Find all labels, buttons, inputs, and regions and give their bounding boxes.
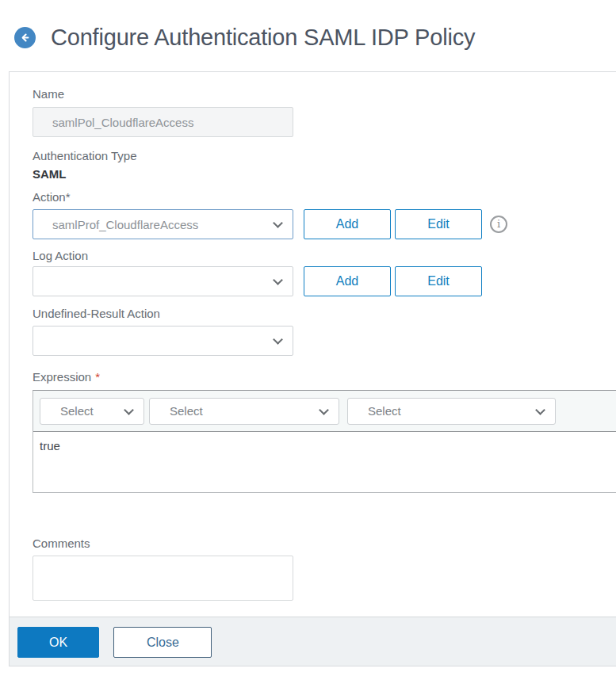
- expression-toolbar: Select Select Select: [33, 391, 616, 432]
- info-icon[interactable]: i: [490, 216, 507, 233]
- expression-select-2-value: Select: [170, 404, 203, 418]
- action-label: Action*: [33, 190, 616, 204]
- name-input[interactable]: [33, 107, 293, 137]
- expression-select-1-value: Select: [60, 404, 94, 418]
- form-content: Name Authentication Type SAML Action* sa…: [10, 87, 616, 601]
- undefined-result-action-label: Undefined-Result Action: [33, 307, 616, 320]
- action-select[interactable]: samlProf_CloudflareAccess: [33, 209, 293, 239]
- undefined-result-action-select[interactable]: [33, 326, 293, 356]
- comments-label: Comments: [33, 537, 616, 550]
- log-action-label: Log Action: [33, 249, 616, 262]
- chevron-down-icon: [273, 275, 283, 285]
- footer-bar: OK Close: [10, 617, 616, 666]
- back-button[interactable]: [14, 27, 36, 48]
- action-edit-button[interactable]: Edit: [395, 209, 482, 239]
- expression-select-2[interactable]: Select: [149, 398, 339, 425]
- close-button[interactable]: Close: [113, 627, 212, 658]
- chevron-down-icon: [319, 405, 329, 415]
- action-add-button[interactable]: Add: [304, 209, 391, 239]
- action-row: samlProf_CloudflareAccess Add Edit i: [33, 209, 616, 239]
- log-action-row: Add Edit: [33, 266, 616, 296]
- authentication-type-label: Authentication Type: [33, 149, 616, 162]
- back-arrow-icon: [18, 31, 32, 44]
- log-action-select[interactable]: [33, 266, 293, 296]
- form-panel: Name Authentication Type SAML Action* sa…: [9, 71, 616, 666]
- undefined-result-action-row: [33, 326, 616, 356]
- chevron-down-icon: [124, 405, 134, 415]
- page-header: Configure Authentication SAML IDP Policy: [0, 0, 616, 74]
- chevron-down-icon: [535, 405, 545, 415]
- required-asterisk: *: [95, 370, 100, 384]
- chevron-down-icon: [273, 218, 283, 228]
- log-action-edit-button[interactable]: Edit: [395, 266, 482, 296]
- ok-button[interactable]: OK: [17, 627, 99, 658]
- page-title: Configure Authentication SAML IDP Policy: [51, 25, 475, 51]
- chevron-down-icon: [273, 334, 283, 345]
- action-select-value: samlProf_CloudflareAccess: [52, 218, 198, 231]
- expression-select-1[interactable]: Select: [40, 398, 144, 425]
- expression-label: Expression*: [33, 370, 616, 384]
- name-label: Name: [33, 87, 616, 101]
- expression-textarea[interactable]: true: [33, 432, 616, 492]
- expression-editor: Select Select Select true: [33, 390, 616, 493]
- expression-select-3[interactable]: Select: [347, 398, 556, 425]
- comments-textarea[interactable]: [33, 556, 293, 601]
- log-action-add-button[interactable]: Add: [304, 266, 391, 296]
- expression-select-3-value: Select: [368, 404, 401, 418]
- expression-label-text: Expression: [33, 370, 91, 384]
- authentication-type-value: SAML: [33, 167, 616, 181]
